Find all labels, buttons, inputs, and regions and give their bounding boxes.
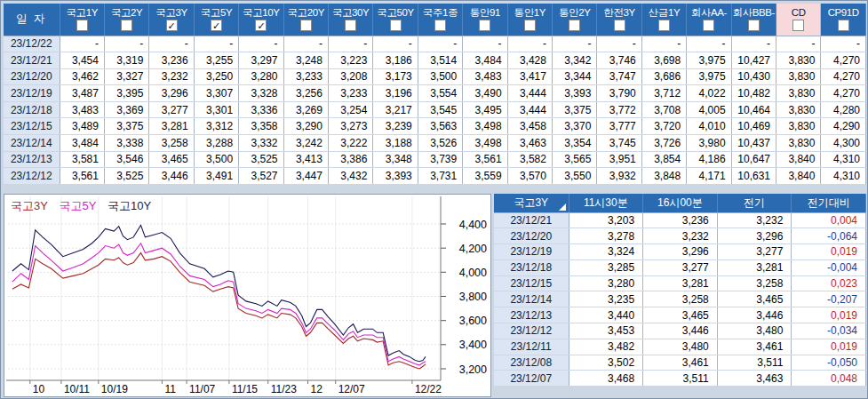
value-cell-1600: 3,281: [643, 275, 718, 291]
legend-item-5y: 국고5Y: [60, 199, 97, 212]
value-cell: 3,484: [60, 135, 104, 152]
svg-text:11/07: 11/07: [189, 383, 215, 395]
column-checkbox-국고20Y[interactable]: [300, 20, 312, 31]
value-cell: -: [507, 36, 552, 52]
rates-table: 일 자 국고1Y국고2Y국고3Y✓국고5Y✓국고10Y✓국고20Y국고30Y국고…: [4, 4, 866, 185]
column-header-label: 국고10Y: [239, 4, 283, 20]
date-column-header: 일 자: [4, 4, 60, 36]
column-header-label: 한전3Y: [597, 4, 641, 20]
value-cell: 3,354: [552, 135, 596, 152]
value-cell: 3,297: [239, 52, 283, 69]
value-cell: 3,708: [641, 101, 686, 118]
value-cell: 3,332: [239, 135, 283, 152]
value-cell: 3,698: [641, 52, 686, 69]
value-cell: 3,975: [687, 52, 731, 69]
value-cell: 3,483: [463, 68, 507, 85]
value-cell: 3,790: [597, 85, 641, 102]
value-cell: 3,840: [776, 151, 821, 168]
column-checkbox-한전3Y[interactable]: [614, 20, 625, 31]
column-checkbox-통안1Y[interactable]: [524, 20, 536, 31]
column-header-CD: CD: [776, 4, 821, 36]
column-checkbox-통안91[interactable]: [479, 20, 490, 31]
column-checkbox-국고50Y[interactable]: [390, 20, 402, 31]
column-checkbox-국고10Y[interactable]: ✓: [255, 20, 267, 31]
value-cell: -: [104, 36, 148, 52]
table-row: 23/12/203,2783,2323,296-0,064: [494, 228, 866, 244]
column-checkbox-회사AA-[interactable]: [703, 20, 714, 31]
value-cell: -: [641, 36, 686, 52]
value-cell: 3,269: [283, 101, 328, 118]
date-cell: 23/12/13: [494, 307, 569, 323]
value-cell: 3,369: [104, 101, 148, 118]
diff-cell: -0,064: [792, 228, 866, 244]
value-cell: 3,446: [149, 168, 194, 185]
svg-text:11/15: 11/15: [232, 383, 258, 395]
value-cell: 3,848: [641, 168, 686, 185]
value-cell-1130: 3,203: [569, 212, 643, 228]
column-checkbox-국주1종[interactable]: [434, 20, 446, 31]
date-cell: 23/12/14: [494, 291, 569, 307]
date-cell: 23/12/19: [4, 85, 60, 102]
value-cell: -: [687, 36, 731, 52]
column-checkbox-국고5Y[interactable]: ✓: [211, 20, 222, 31]
column-header-회사AA-: 회사AA-: [687, 4, 731, 36]
value-cell: 3,830: [776, 135, 821, 152]
detail-sort-header[interactable]: 국고3Y: [494, 194, 569, 212]
date-cell: 23/12/08: [494, 355, 569, 371]
value-cell: 3,319: [104, 52, 148, 69]
column-checkbox-CP91D[interactable]: [838, 20, 849, 31]
value-cell: 3,277: [149, 101, 194, 118]
column-checkbox-통안2Y[interactable]: [569, 20, 580, 31]
value-cell: 3,248: [283, 52, 328, 69]
value-cell: 3,173: [373, 68, 418, 85]
value-cell-1600: 3,480: [643, 339, 718, 355]
value-cell: 3,233: [283, 68, 328, 85]
column-header-label: 통안2Y: [553, 4, 596, 20]
column-header-통안91: 통안91: [463, 4, 507, 36]
value-cell: 3,686: [641, 68, 686, 85]
value-cell: 3,495: [463, 101, 507, 118]
value-cell: 3,236: [149, 52, 194, 69]
value-cell: -: [463, 36, 507, 52]
column-checkbox-국고1Y[interactable]: [76, 20, 88, 31]
detail-table: 국고3Y 11시30분 16시00분 전기 전기대비 23/12/213,203…: [494, 194, 866, 387]
column-header-국고3Y: 국고3Y✓: [149, 4, 194, 36]
value-cell: 3,483: [60, 101, 104, 118]
value-cell: 3,296: [149, 85, 194, 102]
value-cell: 3,545: [418, 101, 462, 118]
date-cell: 23/12/19: [494, 244, 569, 260]
value-cell-prev: 3,281: [717, 259, 792, 275]
column-checkbox-산금1Y[interactable]: [658, 20, 670, 31]
value-cell: 3,500: [418, 68, 462, 85]
value-cell: 3,242: [283, 135, 328, 152]
date-cell: 23/12/21: [4, 52, 60, 69]
column-checkbox-국고3Y[interactable]: ✓: [166, 20, 178, 31]
column-header-국고2Y: 국고2Y: [104, 4, 148, 36]
column-checkbox-CD[interactable]: [792, 20, 804, 31]
value-cell: 3,546: [104, 151, 148, 168]
value-cell: 3,712: [641, 85, 686, 102]
value-cell-1600: 3,465: [643, 307, 718, 323]
value-cell: 3,731: [418, 168, 462, 185]
column-header-국고10Y: 국고10Y✓: [239, 4, 283, 36]
column-checkbox-국고2Y[interactable]: [121, 20, 132, 31]
value-cell: 3,745: [597, 135, 641, 152]
value-cell: 3,288: [194, 135, 238, 152]
value-cell-1130: 3,285: [569, 259, 643, 275]
svg-text:4,000: 4,000: [459, 267, 487, 279]
column-checkbox-국고30Y[interactable]: [345, 20, 356, 31]
detail-table-panel: 국고3Y 11시30분 16시00분 전기 전기대비 23/12/213,203…: [494, 194, 866, 397]
column-header-label: 국고5Y: [195, 4, 238, 20]
detail-header-prev: 전기: [717, 194, 792, 212]
column-header-통안1Y: 통안1Y: [507, 4, 552, 36]
value-cell-1130: 3,482: [569, 339, 643, 355]
date-cell: 23/12/15: [494, 275, 569, 291]
value-cell: 3,375: [104, 118, 148, 135]
date-cell: 23/12/20: [494, 228, 569, 244]
column-checkbox-회사BBB-[interactable]: [748, 20, 760, 31]
value-cell: 4,310: [821, 151, 866, 168]
value-cell: 3,487: [60, 85, 104, 102]
svg-text:11/23: 11/23: [271, 383, 297, 395]
date-cell: 23/12/18: [4, 101, 60, 118]
value-cell: 3,336: [239, 101, 283, 118]
